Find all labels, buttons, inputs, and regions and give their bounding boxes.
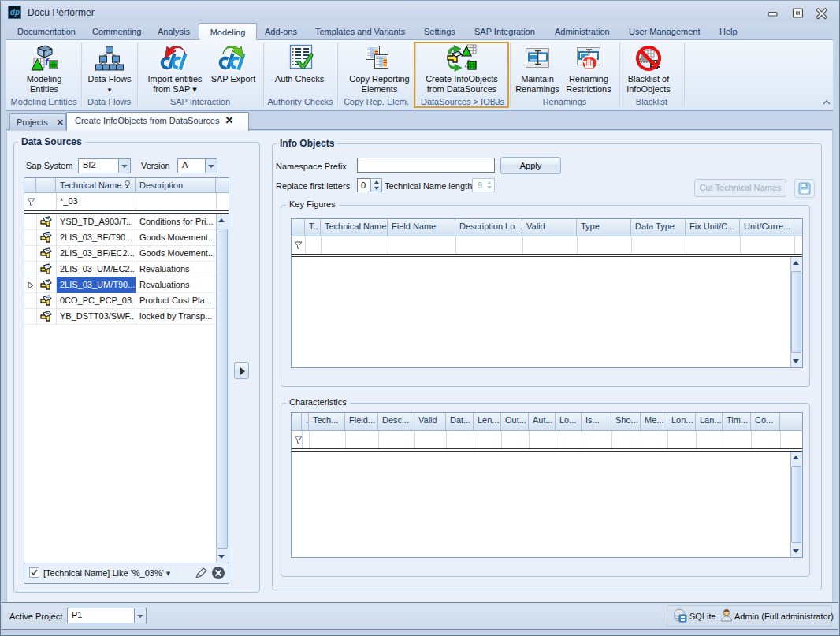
svg-text:f: f	[45, 56, 50, 68]
